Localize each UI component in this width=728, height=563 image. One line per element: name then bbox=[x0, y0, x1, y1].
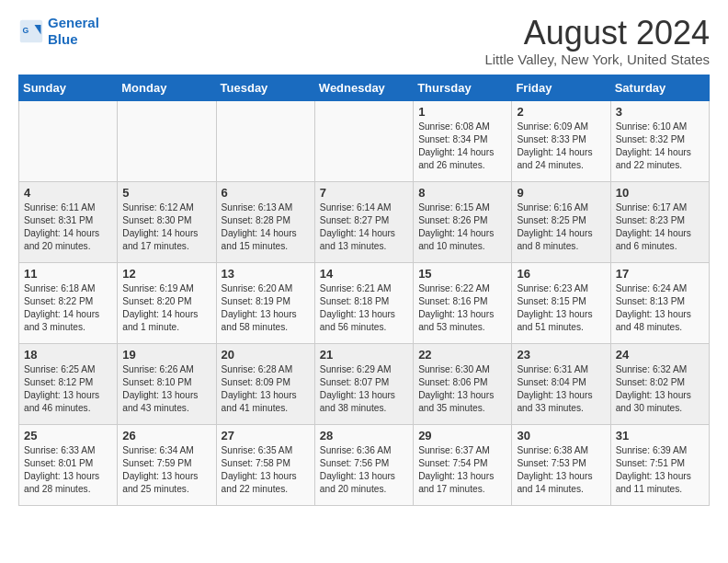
day-number: 30 bbox=[517, 429, 605, 442]
calendar-cell: 16Sunrise: 6:23 AM Sunset: 8:15 PM Dayli… bbox=[512, 262, 610, 343]
calendar-cell: 31Sunrise: 6:39 AM Sunset: 7:51 PM Dayli… bbox=[610, 424, 709, 505]
cell-info: Sunrise: 6:37 AM Sunset: 7:54 PM Dayligh… bbox=[418, 444, 506, 497]
logo-line1: General bbox=[48, 15, 99, 30]
cell-info: Sunrise: 6:12 AM Sunset: 8:30 PM Dayligh… bbox=[122, 201, 210, 254]
cell-info: Sunrise: 6:30 AM Sunset: 8:06 PM Dayligh… bbox=[418, 363, 506, 416]
day-number: 17 bbox=[616, 267, 704, 281]
day-number: 18 bbox=[24, 348, 112, 362]
calendar-cell bbox=[216, 100, 314, 181]
svg-text:G: G bbox=[22, 26, 28, 35]
day-number: 2 bbox=[517, 105, 605, 119]
month-title: August 2024 bbox=[484, 15, 710, 52]
weekday-header: Thursday bbox=[414, 75, 512, 100]
day-number: 3 bbox=[616, 105, 704, 119]
weekday-header: Tuesday bbox=[216, 75, 314, 100]
cell-info: Sunrise: 6:24 AM Sunset: 8:13 PM Dayligh… bbox=[616, 282, 704, 335]
day-number: 28 bbox=[320, 429, 408, 442]
day-number: 21 bbox=[320, 348, 408, 362]
cell-info: Sunrise: 6:09 AM Sunset: 8:33 PM Dayligh… bbox=[517, 121, 605, 173]
day-number: 27 bbox=[222, 429, 310, 442]
cell-info: Sunrise: 6:36 AM Sunset: 7:56 PM Dayligh… bbox=[320, 444, 408, 497]
calendar-cell: 7Sunrise: 6:14 AM Sunset: 8:27 PM Daylig… bbox=[314, 181, 413, 262]
calendar-cell: 3Sunrise: 6:10 AM Sunset: 8:32 PM Daylig… bbox=[610, 100, 709, 181]
calendar-cell bbox=[118, 100, 216, 181]
cell-info: Sunrise: 6:33 AM Sunset: 8:01 PM Dayligh… bbox=[24, 444, 112, 497]
day-number: 24 bbox=[616, 348, 704, 362]
logo: G General Blue bbox=[18, 15, 99, 48]
weekday-header-row: SundayMondayTuesdayWednesdayThursdayFrid… bbox=[19, 75, 710, 100]
calendar-week-row: 18Sunrise: 6:25 AM Sunset: 8:12 PM Dayli… bbox=[19, 343, 710, 424]
calendar-cell: 15Sunrise: 6:22 AM Sunset: 8:16 PM Dayli… bbox=[414, 262, 512, 343]
calendar-cell: 30Sunrise: 6:38 AM Sunset: 7:53 PM Dayli… bbox=[512, 424, 610, 505]
day-number: 12 bbox=[122, 267, 210, 281]
cell-info: Sunrise: 6:22 AM Sunset: 8:16 PM Dayligh… bbox=[418, 282, 506, 335]
day-number: 19 bbox=[122, 348, 210, 362]
day-number: 10 bbox=[616, 186, 704, 200]
day-number: 26 bbox=[122, 429, 210, 442]
day-number: 29 bbox=[418, 429, 506, 442]
calendar-week-row: 4Sunrise: 6:11 AM Sunset: 8:31 PM Daylig… bbox=[19, 181, 710, 262]
calendar-cell: 18Sunrise: 6:25 AM Sunset: 8:12 PM Dayli… bbox=[19, 343, 118, 424]
logo-line2: Blue bbox=[48, 31, 78, 47]
calendar-week-row: 11Sunrise: 6:18 AM Sunset: 8:22 PM Dayli… bbox=[19, 262, 710, 343]
cell-info: Sunrise: 6:16 AM Sunset: 8:25 PM Dayligh… bbox=[517, 201, 605, 254]
calendar-table: SundayMondayTuesdayWednesdayThursdayFrid… bbox=[18, 75, 710, 506]
calendar-cell: 17Sunrise: 6:24 AM Sunset: 8:13 PM Dayli… bbox=[610, 262, 709, 343]
cell-info: Sunrise: 6:19 AM Sunset: 8:20 PM Dayligh… bbox=[122, 282, 210, 335]
day-number: 25 bbox=[24, 429, 112, 442]
day-number: 6 bbox=[222, 186, 310, 200]
weekday-header: Wednesday bbox=[314, 75, 413, 100]
calendar-cell: 29Sunrise: 6:37 AM Sunset: 7:54 PM Dayli… bbox=[414, 424, 512, 505]
day-number: 4 bbox=[24, 186, 112, 200]
calendar-cell: 13Sunrise: 6:20 AM Sunset: 8:19 PM Dayli… bbox=[216, 262, 314, 343]
calendar-cell: 2Sunrise: 6:09 AM Sunset: 8:33 PM Daylig… bbox=[512, 100, 610, 181]
cell-info: Sunrise: 6:25 AM Sunset: 8:12 PM Dayligh… bbox=[24, 363, 112, 416]
day-number: 13 bbox=[222, 267, 310, 281]
calendar-cell: 9Sunrise: 6:16 AM Sunset: 8:25 PM Daylig… bbox=[512, 181, 610, 262]
calendar-cell: 5Sunrise: 6:12 AM Sunset: 8:30 PM Daylig… bbox=[118, 181, 216, 262]
day-number: 23 bbox=[517, 348, 605, 362]
calendar-cell: 12Sunrise: 6:19 AM Sunset: 8:20 PM Dayli… bbox=[118, 262, 216, 343]
header: G General Blue August 2024 Little Valley… bbox=[18, 15, 710, 67]
calendar-cell: 24Sunrise: 6:32 AM Sunset: 8:02 PM Dayli… bbox=[610, 343, 709, 424]
calendar-cell: 27Sunrise: 6:35 AM Sunset: 7:58 PM Dayli… bbox=[216, 424, 314, 505]
cell-info: Sunrise: 6:38 AM Sunset: 7:53 PM Dayligh… bbox=[517, 444, 605, 497]
cell-info: Sunrise: 6:08 AM Sunset: 8:34 PM Dayligh… bbox=[418, 121, 506, 173]
day-number: 11 bbox=[24, 267, 112, 281]
calendar-cell: 26Sunrise: 6:34 AM Sunset: 7:59 PM Dayli… bbox=[118, 424, 216, 505]
calendar-week-row: 25Sunrise: 6:33 AM Sunset: 8:01 PM Dayli… bbox=[19, 424, 710, 505]
calendar-cell: 11Sunrise: 6:18 AM Sunset: 8:22 PM Dayli… bbox=[19, 262, 118, 343]
cell-info: Sunrise: 6:26 AM Sunset: 8:10 PM Dayligh… bbox=[122, 363, 210, 416]
day-number: 14 bbox=[320, 267, 408, 281]
calendar-cell: 20Sunrise: 6:28 AM Sunset: 8:09 PM Dayli… bbox=[216, 343, 314, 424]
cell-info: Sunrise: 6:10 AM Sunset: 8:32 PM Dayligh… bbox=[616, 121, 704, 173]
cell-info: Sunrise: 6:29 AM Sunset: 8:07 PM Dayligh… bbox=[320, 363, 408, 416]
cell-info: Sunrise: 6:20 AM Sunset: 8:19 PM Dayligh… bbox=[222, 282, 310, 335]
day-number: 15 bbox=[418, 267, 506, 281]
calendar-cell: 10Sunrise: 6:17 AM Sunset: 8:23 PM Dayli… bbox=[610, 181, 709, 262]
day-number: 16 bbox=[517, 267, 605, 281]
calendar-cell: 22Sunrise: 6:30 AM Sunset: 8:06 PM Dayli… bbox=[414, 343, 512, 424]
calendar-cell: 28Sunrise: 6:36 AM Sunset: 7:56 PM Dayli… bbox=[314, 424, 413, 505]
calendar-cell: 25Sunrise: 6:33 AM Sunset: 8:01 PM Dayli… bbox=[19, 424, 118, 505]
calendar-cell: 19Sunrise: 6:26 AM Sunset: 8:10 PM Dayli… bbox=[118, 343, 216, 424]
cell-info: Sunrise: 6:11 AM Sunset: 8:31 PM Dayligh… bbox=[24, 201, 112, 254]
day-number: 20 bbox=[222, 348, 310, 362]
weekday-header: Saturday bbox=[610, 75, 709, 100]
weekday-header: Friday bbox=[512, 75, 610, 100]
calendar-cell: 6Sunrise: 6:13 AM Sunset: 8:28 PM Daylig… bbox=[216, 181, 314, 262]
calendar-cell: 21Sunrise: 6:29 AM Sunset: 8:07 PM Dayli… bbox=[314, 343, 413, 424]
cell-info: Sunrise: 6:35 AM Sunset: 7:58 PM Dayligh… bbox=[222, 444, 310, 497]
cell-info: Sunrise: 6:28 AM Sunset: 8:09 PM Dayligh… bbox=[222, 363, 310, 416]
cell-info: Sunrise: 6:17 AM Sunset: 8:23 PM Dayligh… bbox=[616, 201, 704, 254]
title-area: August 2024 Little Valley, New York, Uni… bbox=[484, 15, 710, 67]
calendar-cell: 14Sunrise: 6:21 AM Sunset: 8:18 PM Dayli… bbox=[314, 262, 413, 343]
calendar-cell: 23Sunrise: 6:31 AM Sunset: 8:04 PM Dayli… bbox=[512, 343, 610, 424]
cell-info: Sunrise: 6:18 AM Sunset: 8:22 PM Dayligh… bbox=[24, 282, 112, 335]
cell-info: Sunrise: 6:23 AM Sunset: 8:15 PM Dayligh… bbox=[517, 282, 605, 335]
calendar-cell: 4Sunrise: 6:11 AM Sunset: 8:31 PM Daylig… bbox=[19, 181, 118, 262]
cell-info: Sunrise: 6:31 AM Sunset: 8:04 PM Dayligh… bbox=[517, 363, 605, 416]
cell-info: Sunrise: 6:32 AM Sunset: 8:02 PM Dayligh… bbox=[616, 363, 704, 416]
calendar-cell: 8Sunrise: 6:15 AM Sunset: 8:26 PM Daylig… bbox=[414, 181, 512, 262]
calendar-cell bbox=[19, 100, 118, 181]
